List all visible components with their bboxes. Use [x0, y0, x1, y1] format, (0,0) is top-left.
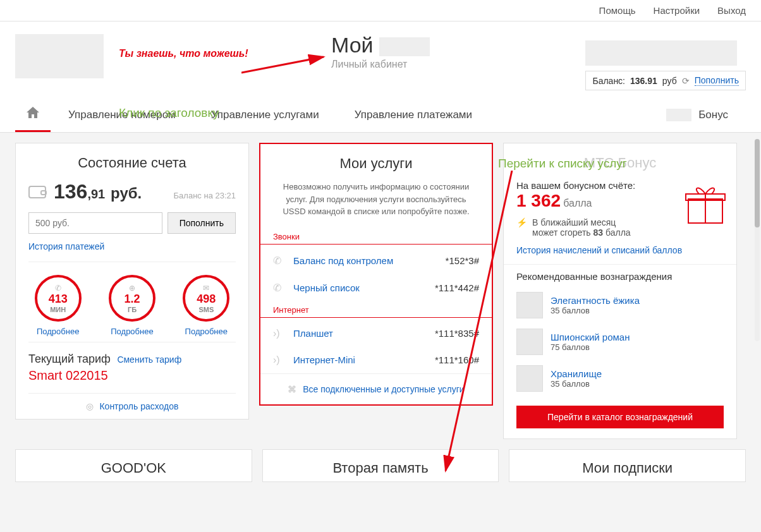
tariff-label: Текущий тариф [28, 353, 111, 365]
balance-currency: руб [662, 76, 677, 86]
scrollbar[interactable] [755, 139, 760, 341]
reward-thumb [516, 365, 543, 392]
title-blurred [379, 37, 430, 56]
service-name[interactable]: Баланс под контролем [293, 255, 438, 266]
payment-history-link[interactable]: История платежей [16, 239, 248, 262]
service-ussd: *111*160# [435, 354, 479, 365]
topup-amount-input[interactable] [28, 212, 162, 234]
mail-icon: ✉ [203, 284, 209, 293]
topup-button[interactable]: Пополнить [167, 212, 236, 234]
reward-thumb [516, 292, 543, 318]
subscriptions-title: Мои подписки [509, 450, 745, 481]
balance-int: 136 [54, 180, 87, 203]
topup-link[interactable]: Пополнить [695, 75, 739, 86]
reward-item[interactable]: Элегантность ёжика 35 баллов [504, 287, 736, 323]
goodok-title: GOOD'OK [16, 450, 252, 481]
help-link[interactable]: Помощь [599, 5, 636, 16]
memory-title: Вторая память [263, 450, 499, 481]
reward-name[interactable]: Элегантность ёжика [551, 295, 640, 306]
burn-line2: может сгореть 83 балла [532, 227, 631, 238]
reward-item[interactable]: Хранилище 35 баллов [504, 360, 736, 397]
balance-curr: руб. [111, 184, 142, 202]
bonus-history-link[interactable]: История начислений и списаний баллов [504, 245, 736, 264]
balance-value: 136.91 [630, 76, 657, 86]
category-calls: Звонки [260, 228, 492, 245]
handset-icon: ✆ [273, 255, 286, 267]
reward-item[interactable]: Шпионский роман 75 баллов [504, 323, 736, 360]
grid-icon: ⌘ [288, 384, 296, 394]
lightning-icon: ⚡ [516, 217, 527, 227]
sms-more-link[interactable]: Подробнее [185, 327, 228, 336]
services-error-message: Невозможно получить информацию о состоян… [260, 181, 492, 228]
globe-icon: ⊕ [129, 284, 135, 293]
service-row[interactable]: ✆ Черный список *111*442# [260, 274, 492, 301]
usage-data[interactable]: ⊕ 1.2 ГБ Подробнее [109, 275, 155, 337]
title-prefix: Мой [331, 33, 374, 57]
rewards-title: Рекомендованные вознаграждения [504, 264, 736, 287]
gift-icon [683, 181, 728, 228]
slogan: Ты знаешь, что можешь! [119, 48, 248, 59]
coins-icon: ◎ [86, 401, 94, 411]
nav-payments[interactable]: Управление платежами [337, 100, 490, 130]
category-internet: Интернет [260, 301, 492, 318]
reward-name[interactable]: Хранилище [551, 368, 602, 379]
tariff-change-link[interactable]: Сменить тариф [117, 354, 181, 365]
services-title: Мои услуги [260, 144, 492, 181]
account-panel: Состояние счета 136,91 руб. Баланс на 23… [15, 143, 249, 420]
tariff-name: Smart 022015 [28, 368, 236, 383]
expense-control-link[interactable]: ◎ Контроль расходов [16, 394, 248, 419]
nav-bonus[interactable]: Бонус [648, 100, 746, 131]
burn-line1: В ближайший месяц [532, 217, 631, 227]
nav-home-icon[interactable] [15, 98, 51, 132]
balance-label: Баланс: [592, 76, 625, 86]
reward-price: 35 баллов [551, 306, 640, 315]
balance-dec: ,91 [87, 187, 105, 201]
wallet-icon [28, 183, 47, 203]
title-subtitle: Личный кабинет [331, 59, 430, 70]
settings-link[interactable]: Настройки [654, 5, 700, 16]
signal-icon: ›) [273, 354, 286, 366]
logout-link[interactable]: Выход [717, 5, 746, 16]
goodok-panel[interactable]: GOOD'OK [15, 449, 252, 482]
svg-rect-2 [29, 186, 46, 198]
service-name[interactable]: Планшет [293, 328, 427, 339]
phone-number-blurred [585, 40, 737, 66]
reward-thumb [516, 329, 543, 355]
balance-timestamp: Баланс на 23:21 [174, 191, 236, 200]
annotation-go-services: Перейти к списку услуг [498, 157, 627, 171]
bonus-amount: 1 362 [516, 191, 561, 210]
bonus-unit: балла [563, 198, 592, 209]
service-name[interactable]: Черный список [293, 282, 427, 293]
service-row[interactable]: ›) Планшет *111*835# [260, 320, 492, 347]
account-title: Состояние счета [16, 143, 248, 180]
services-panel: Мои услуги Невозможно получить информаци… [259, 143, 493, 406]
signal-icon: ›) [273, 328, 286, 339]
handset-icon: ✆ [273, 282, 286, 294]
memory-panel[interactable]: Вторая память [262, 449, 499, 482]
annotation-click-header: Клик по заголовку [119, 106, 219, 120]
service-ussd: *152*3# [446, 255, 479, 266]
phone-icon: ✆ [55, 284, 61, 293]
bonus-logo-blurred [666, 109, 691, 121]
service-row[interactable]: ›) Интернет-Mini *111*160# [260, 347, 492, 373]
refresh-icon[interactable]: ⟳ [682, 76, 690, 86]
reward-price: 35 баллов [551, 379, 602, 389]
logo-placeholder [15, 34, 104, 78]
usage-minutes[interactable]: ✆ 413 МИН Подробнее [35, 275, 82, 337]
bonus-panel: МТС Бонус На вашем бонусном счёте: 1 362… [503, 143, 737, 439]
service-row[interactable]: ✆ Баланс под контролем *152*3# [260, 247, 492, 274]
usage-sms[interactable]: ✉ 498 SMS Подробнее [183, 275, 229, 337]
service-ussd: *111*835# [435, 328, 479, 339]
minutes-more-link[interactable]: Подробнее [37, 327, 79, 336]
catalog-button[interactable]: Перейти в каталог вознаграждений [516, 406, 724, 428]
service-ussd: *111*442# [435, 282, 479, 293]
data-more-link[interactable]: Подробнее [111, 327, 153, 336]
subscriptions-panel[interactable]: Мои подписки [509, 449, 746, 482]
reward-price: 75 баллов [551, 342, 630, 352]
all-services-link[interactable]: ⌘ Все подключенные и доступные услуги [260, 373, 492, 404]
scrollbar-thumb[interactable] [755, 139, 760, 227]
reward-name[interactable]: Шпионский роман [551, 332, 630, 342]
service-name[interactable]: Интернет-Mini [293, 354, 427, 365]
